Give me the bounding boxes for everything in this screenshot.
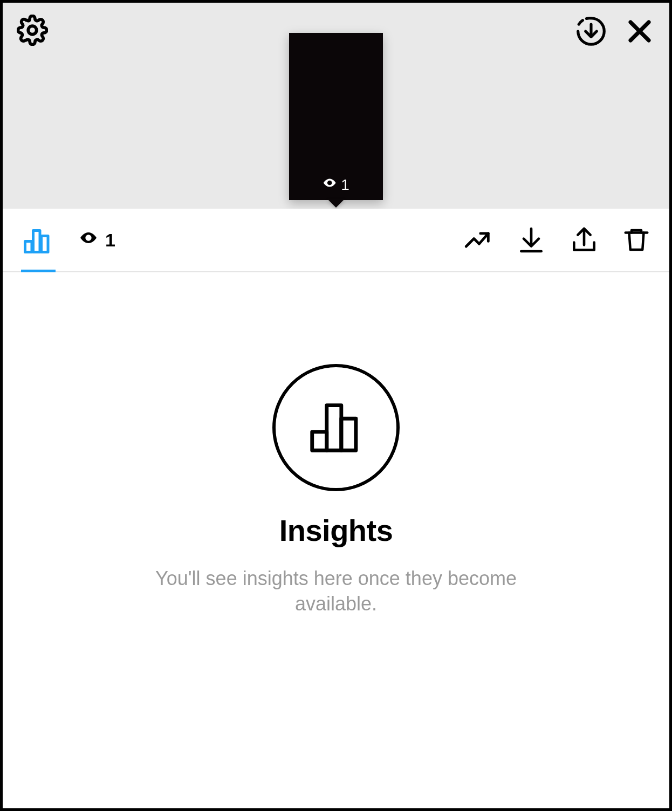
bar-chart-icon bbox=[21, 224, 53, 256]
eye-icon bbox=[79, 229, 98, 251]
svg-rect-7 bbox=[327, 406, 341, 451]
svg-point-5 bbox=[87, 236, 90, 239]
story-views-count: 1 bbox=[341, 176, 349, 194]
story-thumbnail-views: 1 bbox=[323, 176, 349, 194]
save-story-button[interactable] bbox=[574, 15, 608, 48]
insights-empty-state: Insights You'll see insights here once t… bbox=[3, 272, 669, 617]
download-button[interactable] bbox=[516, 225, 546, 255]
svg-rect-4 bbox=[42, 236, 49, 252]
insights-subtext: You'll see insights here once they becom… bbox=[136, 566, 536, 617]
viewers-button[interactable]: 1 bbox=[79, 229, 115, 251]
insights-heading: Insights bbox=[279, 513, 393, 548]
bar-chart-icon bbox=[304, 395, 368, 461]
close-button[interactable] bbox=[624, 16, 655, 47]
share-icon bbox=[569, 225, 599, 255]
viewers-count: 1 bbox=[105, 230, 115, 251]
eye-icon bbox=[323, 176, 337, 194]
close-icon bbox=[624, 16, 655, 47]
svg-rect-3 bbox=[33, 231, 40, 252]
trash-icon bbox=[622, 225, 651, 255]
share-button[interactable] bbox=[569, 225, 599, 255]
svg-rect-8 bbox=[341, 418, 356, 450]
promote-button[interactable] bbox=[462, 224, 493, 256]
download-icon bbox=[516, 225, 546, 255]
active-tab-indicator bbox=[21, 270, 56, 272]
insights-tab[interactable] bbox=[21, 224, 53, 256]
svg-point-0 bbox=[28, 26, 36, 34]
story-preview-strip: 1 bbox=[3, 3, 669, 209]
story-toolbar: 1 bbox=[3, 209, 669, 272]
selected-indicator bbox=[327, 199, 345, 208]
svg-rect-6 bbox=[312, 432, 327, 450]
gear-icon bbox=[17, 15, 48, 46]
svg-rect-2 bbox=[25, 242, 32, 252]
story-thumbnail[interactable]: 1 bbox=[289, 33, 383, 200]
insights-hero-icon bbox=[272, 364, 400, 491]
settings-button[interactable] bbox=[17, 15, 48, 46]
trend-up-icon bbox=[462, 224, 493, 256]
delete-button[interactable] bbox=[622, 225, 651, 255]
svg-point-1 bbox=[328, 182, 331, 184]
download-circle-icon bbox=[574, 15, 608, 48]
